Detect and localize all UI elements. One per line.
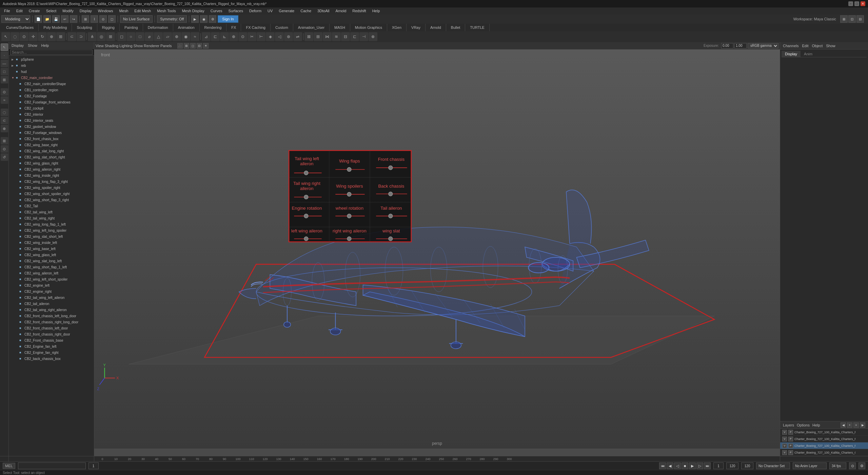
play-fwd-btn[interactable]: ▶ <box>689 462 696 469</box>
layer-ref-rigged[interactable]: P <box>788 443 793 448</box>
cb-object-menu[interactable]: Object <box>812 44 823 48</box>
tree-item-cb2-short-spoiler-r[interactable]: ■ CB2_wing_short_spoiler_right <box>9 191 94 197</box>
tree-item-cb2-shortflap1l[interactable]: ■ CB2_wing_short_flap_1_left <box>9 264 94 270</box>
combine-btn[interactable]: ⊞ <box>314 32 322 41</box>
sign-in-btn[interactable]: Sign In <box>218 15 238 23</box>
tree-item-cb2-tail-ail-r[interactable]: ■ CB2_tail_wing_right_aileron <box>9 307 94 313</box>
bevel-btn[interactable]: ⊾ <box>220 32 229 41</box>
tree-item-cb2-back-chassis[interactable]: ■ CB2_back_chassis_box <box>9 356 94 362</box>
module-selector[interactable]: Modeling Rigging Animation FX Rendering <box>1 15 30 23</box>
tree-item-cb2-fan-r[interactable]: ■ CB2_Engine_fan_right <box>9 349 94 356</box>
tree-item-cb2-front-chassis[interactable]: ■ CB2_front_chasis_box <box>9 136 94 142</box>
connect-tool-btn[interactable]: ⊢ <box>257 32 265 41</box>
menu-windows[interactable]: Windows <box>95 8 116 14</box>
marquee-select-btn[interactable]: ◌ <box>1 109 8 116</box>
snap-live-btn[interactable]: ⋔ <box>88 32 97 41</box>
menu-curves[interactable]: Curves <box>208 8 225 14</box>
tree-item-cb2-engine-r[interactable]: ■ CB2_engine_right <box>9 288 94 294</box>
multi-cut-btn[interactable]: ✂ <box>248 32 256 41</box>
layers-prev-btn[interactable]: ◀ <box>841 422 846 428</box>
vp-light-btn[interactable]: ☀ <box>203 43 209 49</box>
tab-fx-caching[interactable]: FX Caching <box>241 24 270 31</box>
tree-item-cb2-interior[interactable]: ■ CB2_interior <box>9 111 94 117</box>
tree-item-cb2-flap3r[interactable]: ■ CB2_wing_long_flap_3_right <box>9 178 94 185</box>
tree-item-cb2-tail-ail[interactable]: ■ CB2_tail_aileron <box>9 301 94 307</box>
step-fwd-btn[interactable]: ▷ <box>696 462 703 469</box>
menu-editmesh[interactable]: Edit Mesh <box>132 8 154 14</box>
vp-menu-view[interactable]: View <box>96 44 104 48</box>
auto-keyframe-btn[interactable]: ⊙ <box>849 462 856 469</box>
maximize-button[interactable]: □ <box>854 1 859 6</box>
snap-surface-btn[interactable]: ◻ <box>108 15 116 23</box>
menu-uv[interactable]: UV <box>265 8 275 14</box>
undo-btn[interactable]: ↩ <box>61 15 68 23</box>
layers-del-btn[interactable]: × <box>853 422 859 428</box>
render-settings-btn[interactable]: ⚙ <box>209 15 216 23</box>
cleanup-btn[interactable]: ⊗ <box>369 32 377 41</box>
outliner-help-menu[interactable]: Help <box>41 43 49 48</box>
tab-fx[interactable]: FX <box>226 24 241 31</box>
step-back-btn[interactable]: ◀ <box>667 462 673 469</box>
preferences-btn[interactable]: ⚙ <box>859 462 865 469</box>
tab-animation-user[interactable]: Animation_User <box>293 24 330 31</box>
history-btn[interactable]: ↺ <box>1 153 8 161</box>
vp-texture-btn[interactable]: ⊟ <box>197 43 202 49</box>
vp-menu-panels[interactable]: Panels <box>160 44 172 48</box>
tree-item-cb2-fuselage-fw[interactable]: ■ CB2_Fuselage_front_windows <box>9 99 94 105</box>
tree-item-cb2-chassis-base[interactable]: ■ CB2_Front_chassis_base <box>9 337 94 343</box>
layer-item-controller[interactable]: V P Charter_Boeing_727_100_Kalitta_Chart… <box>780 449 868 456</box>
poly-helix-btn[interactable]: ≈ <box>191 32 199 41</box>
vp-shaded-btn[interactable]: ◻ <box>190 43 196 49</box>
tab-turtle[interactable]: TURTLE <box>465 24 490 31</box>
flip-btn[interactable]: ⇌ <box>293 32 302 41</box>
tab-motion-graphics[interactable]: Motion Graphics <box>350 24 387 31</box>
tree-item-cb2-tail-ail-l[interactable]: ■ CB2_tail_wing_left_aileron <box>9 294 94 301</box>
reduce-btn[interactable]: ⊏ <box>350 32 359 41</box>
new-scene-btn[interactable]: 📄 <box>35 15 42 23</box>
menu-select[interactable]: Select <box>43 8 59 14</box>
tab-painting[interactable]: Painting <box>120 24 143 31</box>
start-frame-input[interactable] <box>88 462 99 469</box>
close-button[interactable]: ✕ <box>861 1 865 6</box>
tree-item-cb2-short-spoiler-l[interactable]: ■ CB2_wing_left_short_spoiler <box>9 276 94 282</box>
tree-item-cb2-wing-gr[interactable]: ■ CB2_wing_glass_right <box>9 160 94 166</box>
poly-sphere-btn[interactable]: ○ <box>126 32 135 41</box>
symmetry-btn[interactable]: Symmetry: Off <box>157 15 187 23</box>
viewport[interactable]: View Shading Lighting Show Renderer Pane… <box>94 42 780 456</box>
layer-item-helper[interactable]: V P Charter_Boeing_727_100_Kalitta_Chart… <box>780 436 868 442</box>
tree-item-cb2-slat-lr[interactable]: ■ CB2_wing_slat_long_right <box>9 148 94 154</box>
outliner-search-input[interactable] <box>10 50 93 55</box>
layers-menu[interactable]: Layers <box>783 423 794 427</box>
vp-menu-renderer[interactable]: Renderer <box>144 44 159 48</box>
cb-edit-menu[interactable]: Edit <box>802 44 808 48</box>
layer-vis-bones[interactable]: V <box>782 430 787 435</box>
cb-anim-tab[interactable]: Anim <box>801 51 816 57</box>
layer-vis-helper[interactable]: V <box>782 437 787 441</box>
tree-item-cb2-flap1l[interactable]: ■ CB2_wing_long_flap_1_left <box>9 221 94 227</box>
scale-tool-btn[interactable]: ⊕ <box>47 32 56 41</box>
vp-gamma-selector[interactable]: sRGB gamma Linear <box>748 43 778 49</box>
vp-gamma-input[interactable] <box>734 43 747 49</box>
tree-item-cb2-tail-wr[interactable]: ■ CB2_tail_wing_right <box>9 215 94 221</box>
tab-deformation[interactable]: Deformation <box>143 24 173 31</box>
poly-cube-btn[interactable]: □ <box>136 32 144 41</box>
tree-item-hud[interactable]: ■ hud <box>9 69 94 75</box>
menu-mesh[interactable]: Mesh <box>116 8 131 14</box>
face-mode-btn[interactable]: □ <box>1 68 8 75</box>
tab-custom[interactable]: Custom <box>271 24 293 31</box>
snap-grid-btn[interactable]: ⊞ <box>82 15 89 23</box>
stop-btn[interactable]: ■ <box>682 462 688 469</box>
lasso-select-btn[interactable]: ◌ <box>11 32 19 41</box>
target-weld-btn[interactable]: ⊛ <box>284 32 293 41</box>
menu-arnold[interactable]: Arnold <box>333 8 349 14</box>
tree-item-cb2-main[interactable]: ▼ ■ CB2_main_controller <box>9 75 94 81</box>
snap-point-btn[interactable]: ⊙ <box>99 15 107 23</box>
fill-hole-btn[interactable]: ⊙ <box>238 32 247 41</box>
lasso-btn[interactable]: ⊂ <box>1 117 8 124</box>
tab-sculpting[interactable]: Sculpting <box>72 24 97 31</box>
move-tool-btn[interactable]: ✛ <box>29 32 38 41</box>
play-back-btn[interactable]: ◁ <box>674 462 681 469</box>
layers-add-btn[interactable]: + <box>847 422 852 428</box>
tree-item-cb2-fus-win[interactable]: ■ CB2_Fuselage_windows <box>9 130 94 136</box>
tab-xgen[interactable]: XGen <box>387 24 407 31</box>
